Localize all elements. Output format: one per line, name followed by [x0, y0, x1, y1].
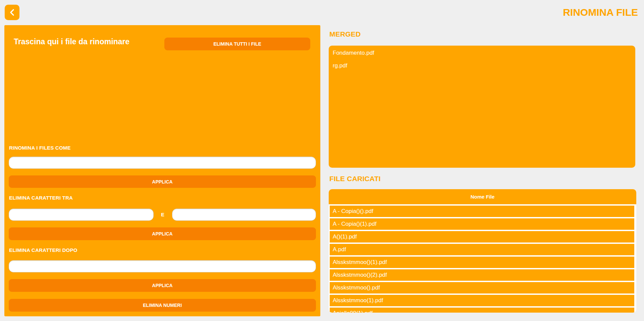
table-row[interactable]: A.pdf: [330, 244, 634, 255]
merged-files-list: Fondamento.pdfrg.pdf: [329, 46, 635, 168]
loaded-files-heading: FILE CARICATI: [329, 175, 381, 183]
remove-between-label: ELIMINA CARATTERI TRA: [9, 195, 73, 201]
page-title: RINOMINA FILE: [563, 7, 638, 18]
rename-tools-panel: Trascina qui i file da rinominare ELIMIN…: [4, 25, 320, 316]
table-scrollbar[interactable]: [634, 204, 636, 313]
table-row[interactable]: A - Copia()(1).pdf: [330, 218, 634, 230]
apply-rename-button[interactable]: APPLICA: [9, 175, 316, 188]
table-row[interactable]: Alsskstmmoo().pdf: [330, 282, 634, 293]
merged-file-item: rg.pdf: [329, 59, 635, 72]
table-row[interactable]: Aniello00(1).pdf: [330, 308, 634, 313]
back-button[interactable]: [5, 5, 19, 20]
dropzone-title: Trascina qui i file da rinominare: [14, 37, 129, 46]
remove-after-label: ELIMINA CARATTERI DOPO: [9, 247, 77, 253]
rename-as-input[interactable]: [9, 157, 316, 169]
loaded-files-table: Nome File A - Copia()().pdfA - Copia()(1…: [329, 189, 636, 313]
table-row[interactable]: Alsskstmmoo(1).pdf: [330, 295, 634, 306]
merged-file-item: Fondamento.pdf: [329, 47, 635, 59]
between-connector-label: E: [156, 212, 169, 217]
remove-between-start-input[interactable]: [9, 209, 154, 221]
table-row[interactable]: Alsskstmmoo()(1).pdf: [330, 257, 634, 268]
table-column-header: Nome File: [329, 189, 636, 204]
remove-after-input[interactable]: [9, 260, 316, 272]
apply-remove-after-button[interactable]: APPLICA: [9, 279, 316, 292]
delete-all-files-button[interactable]: ELIMINA TUTTI I FILE: [164, 38, 310, 50]
apply-remove-between-button[interactable]: APPLICA: [9, 227, 316, 240]
remove-between-end-input[interactable]: [172, 209, 316, 221]
table-body: A - Copia()().pdfA - Copia()(1).pdfA()(1…: [329, 206, 636, 313]
chevron-left-icon: [9, 9, 15, 16]
merged-section-heading: MERGED: [329, 30, 361, 38]
rename-as-label: RINOMINA I FILES COME: [9, 145, 71, 151]
table-row[interactable]: A()(1).pdf: [330, 231, 634, 243]
remove-numbers-button[interactable]: ELIMINA NUMERI: [9, 299, 316, 312]
table-row[interactable]: Alsskstmmoo()(2).pdf: [330, 269, 634, 281]
table-row[interactable]: A - Copia()().pdf: [330, 206, 634, 217]
